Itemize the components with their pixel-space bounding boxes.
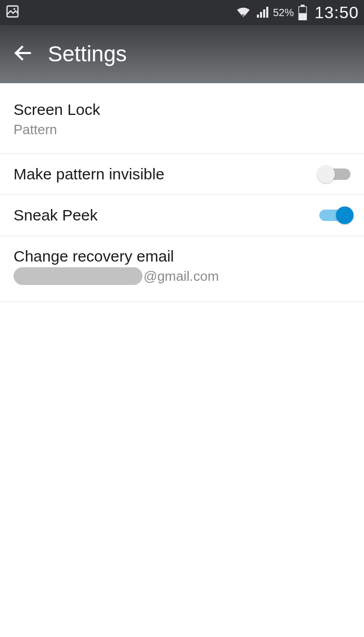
- toggle-knob: [317, 165, 335, 183]
- page-title: Settings: [48, 42, 127, 67]
- make-invisible-toggle[interactable]: [319, 168, 350, 180]
- app-bar: Settings: [0, 25, 364, 83]
- row-sneak-peek[interactable]: Sneak Peek: [0, 195, 364, 236]
- row-make-invisible[interactable]: Make pattern invisible: [0, 154, 364, 195]
- make-invisible-label: Make pattern invisible: [14, 165, 319, 183]
- recovery-email-suffix: @gmail.com: [144, 268, 219, 284]
- toggle-knob: [336, 206, 354, 224]
- sneak-peek-toggle[interactable]: [319, 210, 350, 221]
- image-notification-icon: [5, 4, 20, 21]
- battery-icon: [298, 5, 307, 20]
- wifi-icon: [236, 6, 251, 19]
- back-button[interactable]: [12, 43, 33, 66]
- svg-rect-2: [257, 15, 259, 18]
- svg-point-1: [14, 8, 16, 10]
- svg-rect-8: [298, 13, 306, 20]
- signal-icon: [255, 6, 269, 19]
- status-bar: 52% 13:50: [0, 0, 364, 25]
- svg-rect-4: [263, 9, 265, 18]
- recovery-email-label: Change recovery email: [14, 248, 350, 265]
- sneak-peek-label: Sneak Peek: [14, 206, 319, 224]
- screen-lock-sub: Pattern: [14, 122, 350, 138]
- screen-lock-label: Screen Lock: [14, 101, 350, 119]
- clock: 13:50: [315, 3, 359, 22]
- row-recovery-email[interactable]: Change recovery email @gmail.com: [0, 236, 364, 302]
- row-screen-lock[interactable]: Screen Lock Pattern: [0, 83, 364, 154]
- redacted-email-prefix: [14, 267, 142, 285]
- settings-list: Screen Lock Pattern Make pattern invisib…: [0, 83, 364, 302]
- battery-percent: 52%: [273, 7, 294, 19]
- svg-rect-3: [260, 12, 262, 18]
- svg-rect-5: [266, 7, 268, 18]
